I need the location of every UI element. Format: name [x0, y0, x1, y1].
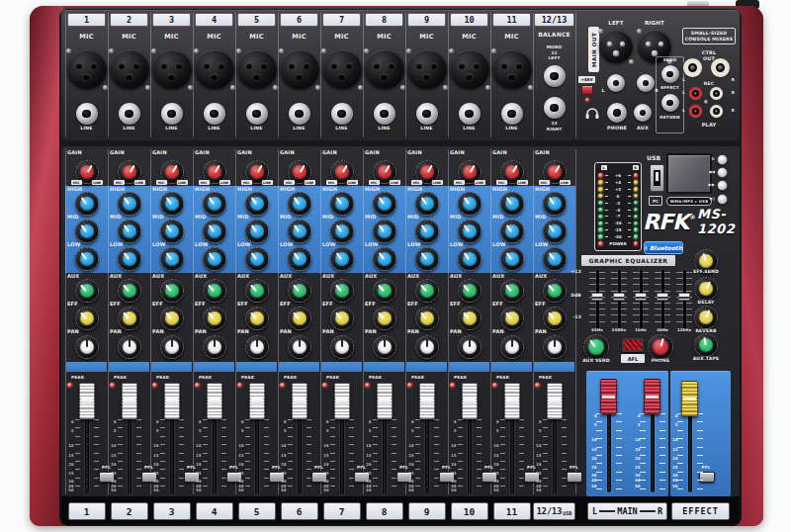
- pan-knob[interactable]: [373, 335, 396, 359]
- eff-knob[interactable]: [373, 307, 396, 330]
- eq-band-slider[interactable]: [635, 293, 647, 301]
- eff-knob[interactable]: [543, 307, 567, 330]
- low-knob[interactable]: [118, 247, 141, 271]
- eff-knob[interactable]: [118, 307, 141, 330]
- mid-knob[interactable]: [500, 220, 524, 243]
- eff-knob[interactable]: [458, 307, 482, 330]
- aux-knob[interactable]: [75, 279, 99, 303]
- main-left-fader[interactable]: [600, 379, 617, 414]
- aux-send-knob[interactable]: [583, 334, 609, 360]
- pan-knob[interactable]: [160, 335, 184, 359]
- pan-knob[interactable]: [543, 335, 567, 359]
- delay-knob[interactable]: [694, 277, 718, 301]
- mid-knob[interactable]: [118, 220, 141, 243]
- low-knob[interactable]: [330, 247, 354, 271]
- pan-knob[interactable]: [118, 335, 141, 359]
- eff-knob[interactable]: [288, 307, 311, 330]
- pan-knob[interactable]: [75, 335, 99, 359]
- pan-knob[interactable]: [500, 335, 524, 359]
- aux-knob[interactable]: [543, 279, 567, 303]
- high-knob[interactable]: [203, 192, 226, 216]
- eff-knob[interactable]: [415, 307, 439, 330]
- aux-knob[interactable]: [500, 279, 524, 303]
- high-knob[interactable]: [75, 192, 99, 216]
- reverb-knob[interactable]: [694, 306, 718, 329]
- main-right-fader[interactable]: [644, 379, 660, 414]
- channel-fader[interactable]: [164, 383, 180, 419]
- afl-window[interactable]: [622, 338, 644, 352]
- channel-fader[interactable]: [249, 383, 265, 419]
- pan-knob[interactable]: [245, 335, 269, 359]
- mid-knob[interactable]: [160, 220, 184, 243]
- eq-band-slider[interactable]: [678, 293, 690, 301]
- high-knob[interactable]: [330, 192, 354, 216]
- eq-band-slider[interactable]: [591, 293, 603, 301]
- high-knob[interactable]: [500, 192, 524, 216]
- aux-knob[interactable]: [160, 279, 184, 303]
- eff-knob[interactable]: [330, 307, 354, 330]
- eq-band-slider[interactable]: [657, 293, 668, 301]
- channel-fader[interactable]: [462, 383, 478, 419]
- aux-knob[interactable]: [288, 279, 311, 303]
- play-pause-button[interactable]: [717, 194, 728, 205]
- aux-tape-knob[interactable]: [694, 333, 718, 357]
- aux-knob[interactable]: [415, 279, 439, 303]
- mid-knob[interactable]: [373, 220, 396, 243]
- high-knob[interactable]: [160, 192, 184, 216]
- low-knob[interactable]: [415, 247, 439, 271]
- high-knob[interactable]: [245, 192, 269, 216]
- pan-knob[interactable]: [458, 335, 482, 359]
- low-knob[interactable]: [160, 247, 184, 271]
- low-knob[interactable]: [245, 247, 269, 271]
- channel-fader[interactable]: [419, 383, 435, 419]
- low-knob[interactable]: [373, 247, 396, 271]
- low-knob[interactable]: [500, 247, 524, 271]
- aux-knob[interactable]: [245, 279, 269, 303]
- low-knob[interactable]: [203, 247, 226, 271]
- phantom-power-switch[interactable]: [581, 85, 593, 95]
- channel-fader[interactable]: [207, 383, 222, 419]
- mid-knob[interactable]: [288, 220, 311, 243]
- aux-knob[interactable]: [203, 279, 226, 303]
- mid-knob[interactable]: [543, 220, 567, 243]
- aux-knob[interactable]: [458, 279, 482, 303]
- phone-knob[interactable]: [648, 334, 673, 360]
- high-knob[interactable]: [288, 192, 311, 216]
- mid-knob[interactable]: [75, 220, 99, 243]
- channel-fader[interactable]: [547, 383, 563, 419]
- effect-fader[interactable]: [681, 381, 698, 416]
- aux-knob[interactable]: [330, 279, 354, 303]
- aux-knob[interactable]: [118, 279, 141, 303]
- channel-fader[interactable]: [79, 383, 95, 419]
- mid-knob[interactable]: [203, 220, 226, 243]
- mid-knob[interactable]: [330, 220, 354, 243]
- eff-knob[interactable]: [245, 307, 269, 330]
- channel-fader[interactable]: [334, 383, 350, 419]
- pan-knob[interactable]: [203, 335, 226, 359]
- high-knob[interactable]: [118, 192, 141, 216]
- low-knob[interactable]: [288, 247, 311, 271]
- low-knob[interactable]: [543, 247, 567, 271]
- eff-knob[interactable]: [500, 307, 524, 330]
- low-knob[interactable]: [75, 247, 99, 271]
- high-knob[interactable]: [543, 192, 567, 216]
- high-knob[interactable]: [373, 192, 396, 216]
- high-knob[interactable]: [458, 192, 482, 216]
- eff-knob[interactable]: [75, 307, 99, 330]
- pan-knob[interactable]: [415, 335, 439, 359]
- aux-knob[interactable]: [373, 279, 396, 303]
- previous-button[interactable]: [717, 167, 728, 178]
- pfl-button[interactable]: [567, 472, 582, 483]
- channel-fader[interactable]: [122, 383, 137, 419]
- mid-knob[interactable]: [415, 220, 439, 243]
- eff-knob[interactable]: [203, 307, 226, 330]
- eff-knob[interactable]: [160, 307, 184, 330]
- pan-knob[interactable]: [330, 335, 354, 359]
- low-knob[interactable]: [458, 247, 482, 271]
- high-knob[interactable]: [415, 192, 439, 216]
- eq-band-slider[interactable]: [613, 293, 625, 301]
- pan-knob[interactable]: [288, 335, 311, 359]
- channel-fader[interactable]: [377, 383, 393, 419]
- repeat-button[interactable]: [717, 154, 728, 165]
- mid-knob[interactable]: [245, 220, 269, 243]
